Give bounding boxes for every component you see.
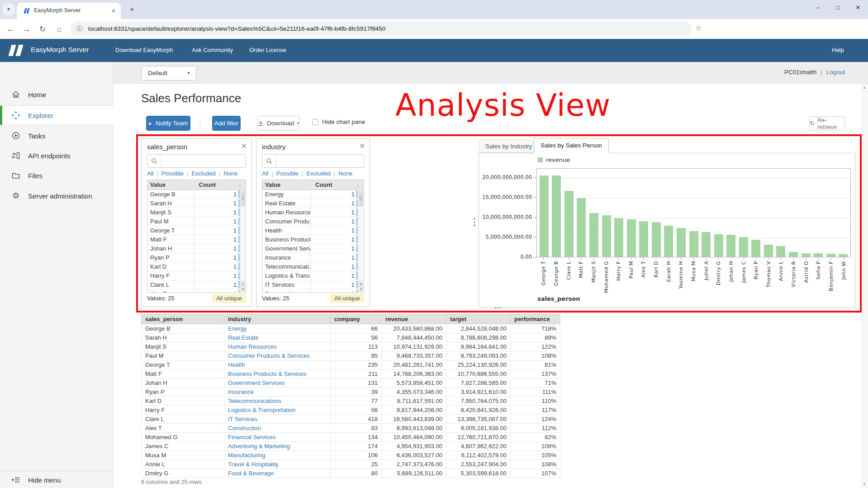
filter-row[interactable]: Construction1 xyxy=(262,289,364,292)
industry-cell[interactable]: Government Services xyxy=(224,379,331,388)
filter-row[interactable]: Telecommunicati...1 xyxy=(262,262,364,271)
tab-sales-by-sales-person[interactable]: Sales by Sales Person xyxy=(534,138,609,153)
sidebar-item-home[interactable]: Home xyxy=(0,85,113,104)
industry-cell[interactable]: Advertising & Marketing xyxy=(224,442,331,451)
table-row[interactable]: Annie LTravel & Hospitality252,747,373,4… xyxy=(142,460,560,469)
revenue-bar[interactable] xyxy=(802,253,811,257)
scrollbar-thumb[interactable] xyxy=(241,191,245,206)
revenue-bar[interactable] xyxy=(751,240,760,257)
filter-row[interactable]: George B1 xyxy=(147,190,246,199)
select-possible-link[interactable]: Possible xyxy=(161,170,184,177)
revenue-bar[interactable] xyxy=(789,252,798,257)
select-all-link[interactable]: All xyxy=(147,170,153,177)
filter-list-scrollbar[interactable]: ▲ ▼ xyxy=(240,190,246,292)
sort-descending-icon[interactable]: ↓ xyxy=(356,182,364,188)
industry-cell[interactable]: Energy xyxy=(224,324,331,333)
revenue-bar[interactable] xyxy=(714,234,723,257)
table-row[interactable]: Harry FLogistics & Transportation569,817… xyxy=(142,406,560,415)
scroll-down-icon[interactable]: ▼ xyxy=(861,482,868,486)
scroll-down-icon[interactable]: ▼ xyxy=(240,286,246,292)
table-row[interactable]: Karl DTelecommunications778,711,817,591.… xyxy=(142,397,560,406)
table-row[interactable]: Matt FBusiness Products & Services21114,… xyxy=(142,370,560,379)
nav-link-order[interactable]: Order License xyxy=(249,47,286,53)
download-button[interactable]: Download ▾ xyxy=(257,116,299,131)
filter-row[interactable]: Johan H1 xyxy=(147,244,246,253)
revenue-bar[interactable] xyxy=(577,198,586,257)
logout-link[interactable]: Logout xyxy=(826,69,845,76)
hide-chart-pane-checkbox[interactable] xyxy=(312,119,318,125)
sidebar-item-api-endpoints[interactable]: API endpoints xyxy=(0,146,113,166)
filter-row[interactable]: Matt F1 xyxy=(147,235,246,244)
revenue-bar[interactable] xyxy=(677,228,686,257)
column-header-sales-person[interactable]: sales_person xyxy=(142,314,224,324)
filter-row[interactable]: Logistics & Trans...1 xyxy=(262,271,364,280)
tab-sales-by-industry[interactable]: Sales by Industry xyxy=(479,140,539,153)
address-bar[interactable]: ⓘ localhost:6331/space/default/explorer/… xyxy=(70,22,692,36)
filter-list-scrollbar[interactable]: ▲ ▼ xyxy=(358,190,364,292)
scroll-down-icon[interactable]: ▼ xyxy=(358,286,364,292)
revenue-bar[interactable] xyxy=(826,254,835,257)
scrollbar-thumb[interactable] xyxy=(359,191,363,206)
table-row[interactable]: Clare LIT Services41816,580,443,839.0013… xyxy=(142,415,560,424)
revenue-bar[interactable] xyxy=(639,221,648,257)
sidebar-item-server-administration[interactable]: ⚙ Server administration xyxy=(0,186,113,206)
industry-cell[interactable]: Logistics & Transportation xyxy=(224,406,331,415)
sidebar-item-tasks[interactable]: Tasks xyxy=(0,126,113,146)
table-row[interactable]: Mohamed GFinancial Services13410,450,464… xyxy=(142,433,560,442)
browser-tab[interactable]: EasyMorph Server ✕ xyxy=(17,3,121,19)
close-icon[interactable]: ✕ xyxy=(241,142,247,150)
filter-row[interactable]: Health1 xyxy=(262,226,364,235)
revenue-bar[interactable] xyxy=(652,222,661,257)
filter-row[interactable]: Government Serv...1 xyxy=(262,244,364,253)
filter-row[interactable]: Harry F1 xyxy=(147,271,246,280)
close-icon[interactable]: ✕ xyxy=(359,142,365,150)
revenue-bar[interactable] xyxy=(702,232,711,257)
nav-link-community[interactable]: Ask Community xyxy=(192,47,233,53)
table-row[interactable]: Paul MConsumer Products & Services859,46… xyxy=(142,351,560,360)
filter-row[interactable]: IT Services1 xyxy=(262,280,364,289)
table-row[interactable]: Ryan PInsurance394,355,073,346.003,914,9… xyxy=(142,388,560,397)
filter-row[interactable]: Energy1 xyxy=(262,190,364,199)
reload-icon[interactable]: ↻ xyxy=(37,24,48,35)
filter-row[interactable]: Karl D1 xyxy=(147,262,246,271)
industry-cell[interactable]: Health xyxy=(224,360,331,370)
tab-close-icon[interactable]: ✕ xyxy=(109,7,118,15)
column-header-revenue[interactable]: revenue xyxy=(382,314,446,324)
filter-search-input[interactable] xyxy=(276,155,364,167)
workspace-dropdown[interactable]: Default ▼ xyxy=(141,66,196,81)
column-header-performance[interactable]: performance xyxy=(511,314,560,324)
tab-search-icon[interactable]: ▾ xyxy=(3,4,14,15)
new-tab-button[interactable]: + xyxy=(127,4,138,15)
industry-cell[interactable]: Human Resources xyxy=(224,342,331,351)
table-row[interactable]: Manjit SHuman Resources11310,974,131,926… xyxy=(142,342,560,351)
sort-descending-icon[interactable]: ↓ xyxy=(238,182,246,188)
select-possible-link[interactable]: Possible xyxy=(276,170,299,177)
table-row[interactable]: Dmitry GFood & Beverage805,689,126,511.0… xyxy=(142,469,560,478)
back-icon[interactable]: ← xyxy=(5,24,17,35)
revenue-bar[interactable] xyxy=(627,219,636,257)
nav-link-download[interactable]: Download EasyMorph xyxy=(115,47,173,53)
filter-row[interactable]: Insurance1 xyxy=(262,253,364,262)
industry-cell[interactable]: Construction xyxy=(224,424,331,433)
industry-cell[interactable]: Manufacturing xyxy=(224,451,331,460)
revenue-bar[interactable] xyxy=(739,237,748,257)
re-retrieve-button[interactable]: ↻ Re-retrieve xyxy=(809,116,845,130)
table-row[interactable]: George BEnergy6620,433,560,868.002,844,5… xyxy=(142,324,560,333)
pane-resize-handle-icon[interactable]: ••• xyxy=(494,305,503,310)
table-row[interactable]: George THealth23520,481,261,741.0025,224… xyxy=(142,360,560,370)
filter-row[interactable]: Clare L1 xyxy=(147,280,246,289)
home-icon[interactable]: ⌂ xyxy=(53,24,65,35)
filter-row[interactable]: Alex T1 xyxy=(147,289,246,292)
nav-link-help[interactable]: Help xyxy=(832,47,844,53)
page-scrollbar[interactable]: ▲ ▼ xyxy=(861,84,868,488)
bookmark-star-icon[interactable]: ☆ xyxy=(695,24,702,32)
industry-cell[interactable]: Food & Beverage xyxy=(224,469,331,478)
select-all-link[interactable]: All xyxy=(262,170,268,177)
filter-row[interactable]: George T1 xyxy=(147,226,246,235)
revenue-bar[interactable] xyxy=(814,253,823,257)
revenue-bar[interactable] xyxy=(602,215,611,257)
count-column-header[interactable]: Count xyxy=(197,181,239,188)
revenue-bar[interactable] xyxy=(664,226,673,257)
filter-row[interactable]: Manjit S1 xyxy=(147,208,246,217)
forward-icon[interactable]: → xyxy=(21,24,33,35)
